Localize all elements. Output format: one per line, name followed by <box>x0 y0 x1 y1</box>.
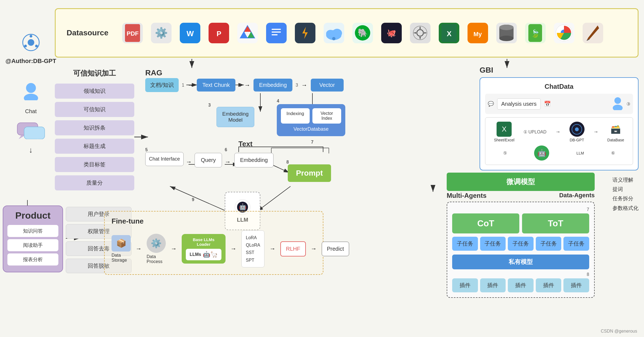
gbi-step-6: ⑥ <box>611 150 615 156</box>
gbi-flow-area: X Sheet/Excel ① UPLOAD → DB-GPT → <box>485 117 633 165</box>
llms-inner: LLMs 🤖🦙 <box>186 249 221 260</box>
datasource-panel: Datasource PDF ⚙️ W P 🐘 <box>55 8 639 58</box>
user-figure <box>612 96 623 111</box>
chat-icon: 💬 <box>488 101 494 107</box>
svg-point-27 <box>35 45 38 47</box>
ds-icon-docs <box>266 23 287 43</box>
svg-rect-46 <box>272 29 281 30</box>
data-storage-box: 📦 Data Storage <box>112 235 131 263</box>
subtask-1: 子任务 <box>452 237 478 251</box>
gbi-step-5: ⑤ <box>503 150 507 156</box>
plugin-row: 插件 插件 插件 插件 插件 <box>452 278 589 292</box>
analysis-row: 💬 Analysis users 📅 ③ <box>485 94 633 114</box>
product-item-2: 阅读助手 <box>7 239 58 251</box>
arrow-3: → <box>301 82 307 89</box>
rag-top-flow: 文档/知识 1 → Text Chunk 2 → Embedding 3 → V… <box>145 78 344 92</box>
ds-icon-word: W <box>180 23 200 43</box>
prompt-box: Prompt <box>288 164 331 182</box>
step-1: 1 <box>182 83 184 88</box>
db-gpt-box: DB-GPT <box>569 122 585 142</box>
step-7: 7 <box>311 140 314 145</box>
doc-knowledge-box: 文档/知识 <box>145 78 179 92</box>
db-gpt-label: DB-GPT <box>570 138 584 142</box>
vector-index-box: VectorIndex <box>312 108 341 124</box>
chat-interface-box: Chat Interface <box>145 152 184 166</box>
svg-text:🤖: 🤖 <box>239 203 247 210</box>
svg-point-29 <box>26 83 36 93</box>
svg-marker-42 <box>241 32 247 38</box>
author-label: @Author:DB-GPT <box>5 58 56 65</box>
subtask-4: 子任务 <box>536 237 562 251</box>
subtask-row: 子任务 子任务 子任务 子任务 子任务 <box>452 237 589 251</box>
knowledge-panel: 可信知识加工 领域知识 可信知识 知识拆条 标题生成 类目标签 质量分 <box>55 68 134 194</box>
svg-marker-43 <box>247 32 254 38</box>
step-6: 6 <box>225 147 227 152</box>
finetune-model-box: 微调模型 <box>447 173 595 191</box>
finetune-title: Fine-tune <box>112 217 316 225</box>
user-icon <box>21 81 41 101</box>
embedding-model-box: EmbeddingModel <box>216 107 254 127</box>
cot-tot-row: CoT ToT <box>452 213 589 233</box>
storage-icon: 📦 <box>112 235 131 252</box>
llm-circle-icon: 🤖 <box>534 145 549 161</box>
watermark: CSDN @generous <box>601 329 637 334</box>
cot-box: CoT <box>452 213 519 233</box>
svg-point-59 <box>417 30 423 36</box>
gbi-step-1: ① UPLOAD <box>523 129 546 135</box>
svg-point-25 <box>28 39 34 46</box>
chat-label: Chat <box>25 108 36 115</box>
svg-text:🍃: 🍃 <box>531 29 540 38</box>
arrow-2: → <box>244 82 250 89</box>
svg-text:My: My <box>473 31 482 38</box>
db-gpt-icon <box>21 33 41 52</box>
svg-text:W: W <box>186 29 194 38</box>
plugin-4: 插件 <box>536 278 562 292</box>
rag-title: RAG <box>145 68 162 77</box>
vector-database-container: Indexing VectorIndex VectorDatabase <box>277 104 345 136</box>
subtask-5: 子任务 <box>563 237 589 251</box>
step-8: 8 <box>286 160 289 165</box>
ds-icon-mongodb: 🍃 <box>525 23 546 43</box>
knowledge-item-6: 质量分 <box>55 175 134 190</box>
tot-box: ToT <box>522 213 589 233</box>
gbi-arrow-2: → <box>593 129 598 135</box>
ma-outer: 7 CoT ToT 子任务 子任务 子任务 子任务 子任务 私有模型 8 插件 … <box>447 202 595 298</box>
db-gpt-icon-gbi <box>569 122 585 137</box>
svg-point-68 <box>499 25 514 30</box>
knowledge-title: 可信知识加工 <box>55 68 134 78</box>
data-storage-label: Data Storage <box>112 253 131 263</box>
ds-icon-mysql: My <box>468 23 488 43</box>
finetune-flow: 📦 Data Storage → ⚙️ Data Process → Base … <box>112 230 316 267</box>
svg-point-26 <box>30 35 32 38</box>
chat-bubbles <box>16 121 46 140</box>
step-5: 5 <box>145 147 148 152</box>
semantic-label: 语义理解提词任务拆分参数格式化 <box>612 175 639 213</box>
ds-icon-gear: ⚙️ <box>151 23 172 43</box>
ds-icon-ppt: P <box>209 23 229 43</box>
base-llms-loader-box: Base LLMs Loader LLMs 🤖🦙 <box>182 234 226 264</box>
ds-icon-bolt <box>295 23 315 43</box>
arrow-5-6: → <box>186 158 192 165</box>
predict-box: Predict <box>322 242 349 256</box>
datasource-label: Datasource <box>67 28 109 37</box>
step-2: 2 <box>239 83 241 88</box>
product-item-1: 知识问答 <box>7 225 58 237</box>
ds-icon-database <box>496 23 517 43</box>
knowledge-item-4: 标题生成 <box>55 139 134 154</box>
knowledge-item-5: 类目标签 <box>55 157 134 172</box>
vector-database-box: Indexing VectorIndex VectorDatabase <box>277 104 345 136</box>
gbi-flow-row: X Sheet/Excel ① UPLOAD → DB-GPT → <box>489 122 629 142</box>
gbi-flow-row2: ⑤ 🤖 LLM ⑥ <box>489 145 629 161</box>
gbi-outer: ChatData 💬 Analysis users 📅 ③ <box>480 77 639 170</box>
calendar-icon: 📅 <box>544 101 551 107</box>
svg-point-80 <box>575 127 579 131</box>
indexing-box: Indexing <box>281 108 310 124</box>
svg-text:P: P <box>216 30 221 38</box>
ds-icon-drive <box>237 23 258 43</box>
arrow-process: → <box>171 245 177 252</box>
svg-text:X: X <box>447 30 452 38</box>
step-3: 3 <box>296 83 298 88</box>
base-llms-title: Base LLMs Loader <box>186 237 221 247</box>
svg-rect-47 <box>272 32 281 33</box>
llms-label: LLMs <box>190 252 201 257</box>
